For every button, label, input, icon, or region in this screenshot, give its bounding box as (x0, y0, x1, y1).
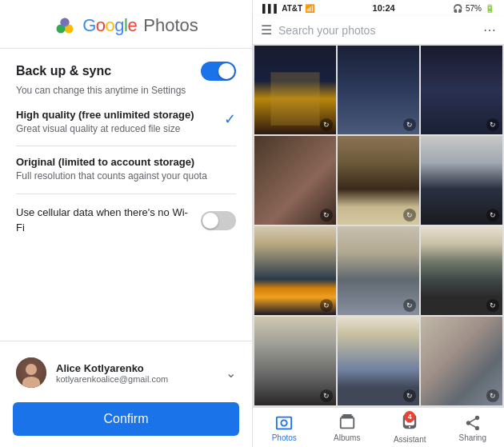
avatar-face (26, 364, 37, 375)
google-wordmark: Google (82, 15, 137, 36)
search-bar: ☰ Search your photos ⋯ (253, 16, 504, 44)
original-title: Original (limited to account storage) (16, 156, 236, 168)
bottom-nav: Photos Albums 4 Assistant Sharing (253, 407, 504, 447)
photos-nav-icon (275, 414, 293, 432)
sync-icon: ↻ (403, 299, 416, 312)
photo-cell[interactable]: ↻ (254, 317, 336, 405)
sync-icon: ↻ (486, 389, 499, 402)
logo-area: Google Photos (0, 0, 252, 48)
account-name: Alice Kotlyarenko (56, 362, 216, 374)
status-right: 🎧 57% 🔋 (453, 4, 494, 13)
battery-percent: 57% (466, 4, 482, 13)
photo-cell[interactable]: ↻ (338, 317, 419, 405)
assistant-nav-label: Assistant (394, 435, 426, 444)
nav-item-albums[interactable]: Albums (327, 414, 367, 442)
account-email: kotlyarenkoalice@gmail.com (56, 374, 216, 384)
backup-sync-toggle[interactable] (201, 62, 236, 81)
more-options-icon[interactable]: ⋯ (483, 22, 496, 38)
original-option[interactable]: Original (limited to account storage) Fu… (16, 156, 236, 195)
photo-cell[interactable]: ↻ (254, 46, 336, 134)
high-quality-title: High quality (free unlimited storage) (16, 109, 194, 121)
account-row[interactable]: Alice Kotlyarenko kotlyarenkoalice@gmail… (0, 349, 252, 396)
sync-icon: ↻ (403, 389, 416, 402)
albums-nav-icon (338, 414, 356, 432)
sync-icon: ↻ (320, 209, 333, 222)
sync-icon: ↻ (486, 118, 499, 131)
left-panel: Google Photos Back up & sync You can cha… (0, 0, 252, 447)
photos-nav-label: Photos (272, 433, 297, 442)
divider-account (0, 341, 252, 341)
sync-icon: ↻ (486, 209, 499, 222)
cellular-text: Use cellular data when there's no Wi-Fi (16, 206, 192, 234)
cellular-data-row: Use cellular data when there's no Wi-Fi (16, 206, 236, 234)
avatar-body (22, 377, 40, 388)
cellular-toggle-thumb (202, 213, 218, 229)
search-input[interactable]: Search your photos (278, 24, 477, 37)
svg-point-3 (61, 18, 70, 27)
backup-sync-row: Back up & sync (16, 62, 236, 81)
photo-cell[interactable]: ↻ (421, 317, 502, 405)
sync-icon: ↻ (320, 299, 333, 312)
photo-cell[interactable]: ↻ (421, 136, 502, 225)
albums-nav-label: Albums (334, 433, 360, 442)
photo-cell[interactable]: ↻ (254, 136, 336, 225)
toggle-thumb (218, 63, 234, 79)
photo-cell[interactable]: ↻ (254, 226, 336, 315)
sharing-nav-icon (464, 414, 482, 432)
photos-wordmark: Photos (143, 15, 198, 36)
original-desc: Full resolution that counts against your… (16, 170, 236, 183)
avatar-image (16, 357, 46, 388)
phone-status-bar: ▌▌▌ AT&T 📶 10:24 🎧 57% 🔋 (253, 0, 504, 16)
right-panel: ▌▌▌ AT&T 📶 10:24 🎧 57% 🔋 ☰ Search your p… (252, 0, 504, 447)
backup-subtitle: You can change this anytime in Settings (16, 84, 236, 98)
photo-cell[interactable]: ↻ (421, 46, 502, 134)
signal-bars: ▌▌▌ (262, 4, 279, 13)
sync-icon: ↻ (403, 209, 416, 222)
status-time: 10:24 (373, 3, 395, 13)
high-quality-text: High quality (free unlimited storage) Gr… (16, 109, 194, 136)
account-info: Alice Kotlyarenko kotlyarenkoalice@gmail… (56, 362, 216, 384)
confirm-button[interactable]: Confirm (13, 402, 239, 436)
photo-cell[interactable]: ↻ (338, 46, 419, 134)
carrier-name: AT&T (282, 4, 302, 13)
high-quality-desc: Great visual quality at reduced file siz… (16, 122, 194, 136)
high-quality-checkmark: ✓ (224, 110, 236, 128)
photos-logo-icon (54, 14, 76, 37)
nav-item-sharing[interactable]: Sharing (453, 414, 493, 442)
sync-icon: ↻ (403, 118, 416, 131)
chevron-down-icon: ⌄ (226, 365, 236, 381)
high-quality-option[interactable]: High quality (free unlimited storage) Gr… (16, 109, 236, 146)
photos-grid: ↻ ↻ ↻ ↻ ↻ ↻ ↻ ↻ ↻ ↻ ↻ ↻ (253, 44, 504, 407)
headphones-icon: 🎧 (453, 4, 462, 13)
sync-icon: ↻ (320, 389, 333, 402)
wifi-icon: 📶 (305, 4, 314, 13)
nav-item-photos[interactable]: Photos (264, 414, 304, 442)
sync-icon: ↻ (486, 299, 499, 312)
cellular-toggle[interactable] (201, 211, 236, 230)
avatar (16, 357, 46, 388)
assistant-icon-container: 4 (401, 413, 418, 433)
toggle-track (201, 62, 236, 81)
hamburger-icon[interactable]: ☰ (261, 22, 272, 38)
cellular-toggle-track (201, 211, 236, 230)
backup-sync-title: Back up & sync (16, 64, 111, 78)
settings-section: Back up & sync You can change this anyti… (0, 49, 252, 341)
nav-item-assistant[interactable]: 4 Assistant (390, 413, 430, 444)
sync-icon: ↻ (320, 118, 333, 131)
photo-cell[interactable]: ↻ (421, 226, 502, 315)
sharing-nav-label: Sharing (459, 433, 486, 442)
photo-cell[interactable]: ↻ (338, 136, 419, 225)
battery-icon: 🔋 (485, 4, 494, 13)
photo-cell[interactable]: ↻ (338, 226, 419, 315)
status-signal: ▌▌▌ AT&T 📶 (262, 4, 314, 13)
